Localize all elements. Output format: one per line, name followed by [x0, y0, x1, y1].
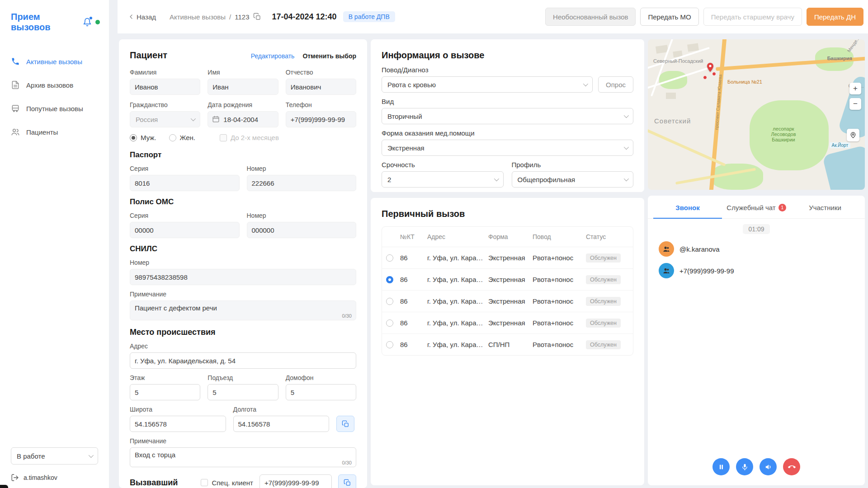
checkbox-icon: [220, 134, 227, 141]
patient-note-field[interactable]: [130, 300, 356, 320]
sidebar-footer: В работе a.timashkov: [11, 447, 98, 482]
snils-number-field[interactable]: [130, 269, 356, 285]
row-radio[interactable]: [386, 341, 393, 348]
zoom-in-button[interactable]: +: [849, 83, 861, 94]
speaker-button[interactable]: [760, 458, 777, 475]
chevron-down-icon: [191, 116, 196, 121]
transfer-senior-doctor-button[interactable]: Передать старшему врачу: [703, 8, 802, 26]
female-radio[interactable]: Жен.: [169, 134, 195, 141]
unjustified-call-button[interactable]: Необоснованный вызов: [545, 8, 636, 26]
type-label: Вид: [382, 98, 633, 105]
profile-value: Общепрофильная: [518, 176, 576, 183]
locate-button[interactable]: [847, 129, 859, 141]
map-label-bashkiria: Башкирия: [827, 56, 852, 61]
care-form-label: Форма оказания мед.помощи: [382, 129, 633, 137]
firstname-field[interactable]: [208, 79, 278, 95]
sidebar-item-label: Активные вызовы: [26, 58, 82, 66]
citizenship-value: Россия: [136, 116, 158, 123]
passport-series-field[interactable]: [130, 175, 240, 191]
special-client-checkbox[interactable]: Спец. клиент: [201, 479, 253, 487]
profile-select[interactable]: Общепрофильная: [512, 171, 634, 188]
copy-coordinates-button[interactable]: [336, 416, 354, 432]
address-field[interactable]: [130, 352, 356, 369]
sidebar-item-passing-calls[interactable]: Попутные вызовы: [0, 97, 109, 120]
hold-button[interactable]: [712, 458, 730, 475]
tab-participants[interactable]: Участники: [791, 196, 859, 218]
longitude-field[interactable]: [233, 416, 330, 432]
survey-button[interactable]: Опрос: [598, 76, 633, 93]
row-radio[interactable]: [386, 319, 393, 327]
under-two-months-label: До 2-х месяцев: [231, 134, 279, 141]
table-row[interactable]: 86 г. Уфа, ул. Караид... Экстренная Рвот…: [382, 312, 633, 333]
breadcrumb-root[interactable]: Активные вызовы: [170, 13, 226, 21]
tab-service-chat[interactable]: Служебный чат1: [722, 196, 791, 218]
latitude-field[interactable]: [130, 416, 226, 432]
col-address: Адрес: [427, 233, 488, 240]
under-two-months-checkbox[interactable]: До 2-х месяцев: [220, 134, 279, 141]
oms-series-label: Серия: [130, 212, 240, 219]
participants-list: @k.karanova +7(999)999-99-99: [648, 233, 865, 293]
urgency-select[interactable]: 2: [382, 171, 504, 188]
notifications-bell-icon[interactable]: [83, 18, 92, 27]
edit-patient-link[interactable]: Редактировать: [251, 52, 295, 60]
sidebar-item-patients[interactable]: Пациенты: [0, 120, 109, 144]
col-kt: №КТ: [400, 233, 427, 240]
cell-kt: 86: [400, 276, 427, 283]
table-row[interactable]: 86 г. Уфа, ул. Караид... Экстренная Рвот…: [382, 247, 633, 268]
oms-series-field[interactable]: [130, 222, 240, 238]
table-row[interactable]: 86 г. Уфа, ул. Караид... СП/НП Рвота+пон…: [382, 333, 633, 355]
entrance-field[interactable]: [208, 384, 278, 400]
sidebar-item-active-calls[interactable]: Активные вызовы: [0, 50, 109, 73]
map-pin-dot[interactable]: [703, 75, 707, 80]
tab-call[interactable]: Звонок: [653, 196, 722, 219]
map[interactable]: Северный-Посадский Башкирия Больница №21…: [648, 39, 865, 190]
table-row[interactable]: 86 г. Уфа, ул. Караид... Экстренная Рвот…: [382, 268, 633, 290]
intercom-field[interactable]: [286, 384, 356, 400]
map-label-hospital: Больница №21: [727, 79, 762, 84]
care-form-select[interactable]: Экстренная: [382, 140, 633, 156]
caller-phone-field[interactable]: [259, 474, 332, 488]
people-icon: [11, 127, 20, 136]
back-button[interactable]: Назад: [127, 13, 156, 21]
chat-unread-badge: 1: [778, 204, 786, 211]
middlename-field[interactable]: [286, 79, 356, 95]
citizenship-select[interactable]: Россия: [130, 111, 200, 127]
copy-caller-phone-button[interactable]: [338, 474, 356, 488]
mute-button[interactable]: [736, 458, 753, 475]
row-radio[interactable]: [386, 254, 393, 262]
incident-note-field[interactable]: [130, 447, 356, 467]
logout-user-row[interactable]: a.timashkov: [11, 474, 98, 482]
birthdate-field[interactable]: [208, 111, 278, 127]
sidebar-item-archive[interactable]: Архив вызовов: [0, 73, 109, 97]
row-radio[interactable]: [386, 276, 393, 283]
sidebar: Прием вызовов Активные вызовы Архив вызо…: [0, 0, 109, 488]
username: a.timashkov: [24, 474, 57, 481]
phone-field[interactable]: [286, 111, 356, 127]
topbar-actions: Необоснованный вызов Передать МО Передат…: [545, 8, 863, 26]
floor-field[interactable]: [130, 384, 200, 400]
male-radio[interactable]: Муж.: [130, 134, 156, 141]
cell-reason: Рвота+понос: [533, 319, 586, 327]
participant-row[interactable]: @k.karanova: [659, 241, 854, 257]
passport-number-field[interactable]: [247, 175, 357, 191]
participant-row[interactable]: +7(999)999-99-99: [659, 263, 854, 278]
copy-icon: [344, 479, 351, 487]
row-radio[interactable]: [386, 298, 393, 305]
table-row[interactable]: 86 г. Уфа, ул. Караид... Экстренная Рвот…: [382, 290, 633, 312]
transfer-dn-button[interactable]: Передать ДН: [807, 8, 863, 26]
end-call-button[interactable]: [783, 458, 800, 475]
type-select[interactable]: Вторичный: [382, 108, 633, 124]
reason-select[interactable]: Рвота с кровью: [382, 76, 593, 93]
map-label-sovetsky: Советский: [654, 117, 691, 125]
agent-status-select[interactable]: В работе: [11, 447, 98, 465]
zoom-out-button[interactable]: −: [849, 98, 861, 110]
copy-call-number-icon[interactable]: [253, 13, 261, 21]
topbar: Назад Активные вызовы / 1123 17-04-2024 …: [118, 0, 868, 33]
cancel-selection-link[interactable]: Отменить выбор: [302, 52, 356, 60]
lastname-field[interactable]: [130, 79, 200, 95]
oms-number-field[interactable]: [247, 222, 357, 238]
map-pin-dot[interactable]: [712, 72, 716, 76]
sidebar-item-label: Попутные вызовы: [26, 105, 83, 113]
address-label: Адрес: [130, 343, 356, 350]
transfer-mo-button[interactable]: Передать МО: [640, 8, 698, 26]
